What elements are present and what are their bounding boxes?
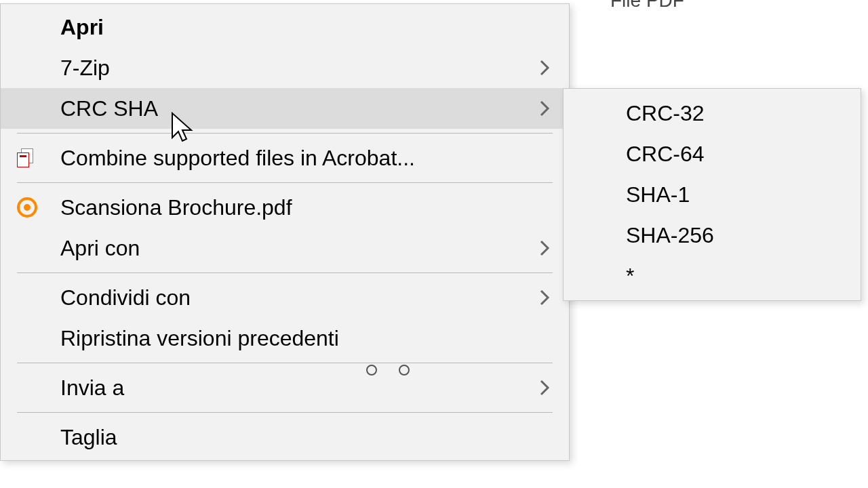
menu-item-ripristina-versioni-precedenti[interactable]: Ripristina versioni precedenti — [1, 318, 569, 359]
menu-item-label: Taglia — [60, 425, 535, 450]
menu-item-label: Invia a — [60, 375, 535, 401]
menu-separator — [17, 412, 553, 413]
menu-item-combine-supported-files-in-acrobat[interactable]: Combine supported files in Acrobat... — [1, 138, 569, 178]
submenu-item-[interactable]: * — [564, 256, 861, 296]
menu-item-apri-con[interactable]: Apri con — [1, 228, 569, 268]
menu-separator — [17, 363, 553, 363]
context-menu: Apri7-ZipCRC SHACombine supported files … — [0, 3, 570, 461]
submenu-item-crc-32[interactable]: CRC-32 — [564, 93, 861, 134]
menu-item-label: Combine supported files in Acrobat... — [60, 146, 535, 171]
submenu-item-label: SHA-256 — [626, 223, 847, 248]
menu-item-label: Apri con — [60, 236, 535, 261]
menu-icon-slot — [17, 148, 60, 167]
menu-separator — [17, 182, 553, 183]
menu-item-scansiona-brochure-pdf[interactable]: Scansiona Brochure.pdf — [1, 187, 569, 228]
menu-item-label: Scansiona Brochure.pdf — [60, 195, 535, 220]
menu-icon-slot — [17, 197, 60, 218]
chevron-right-icon — [535, 287, 555, 308]
menu-item-label: Apri — [60, 15, 535, 40]
submenu-item-sha-256[interactable]: SHA-256 — [564, 215, 861, 256]
submenu-item-label: CRC-32 — [626, 101, 847, 126]
chevron-right-icon — [535, 57, 555, 79]
chevron-right-icon — [535, 237, 555, 259]
avast-scan-icon — [17, 197, 37, 218]
menu-item-label: Condividi con — [60, 285, 535, 310]
menu-item-label: CRC SHA — [60, 96, 535, 121]
submenu-item-crc-64[interactable]: CRC-64 — [564, 134, 861, 174]
menu-separator — [17, 272, 553, 273]
chevron-right-icon — [535, 98, 555, 119]
menu-separator — [17, 133, 553, 134]
menu-item-label: Ripristina versioni precedenti — [60, 326, 535, 351]
submenu-item-label: * — [626, 264, 847, 289]
menu-item-taglia[interactable]: Taglia — [1, 417, 569, 458]
menu-item-condividi-con[interactable]: Condividi con — [1, 277, 569, 318]
acrobat-combine-icon — [17, 148, 36, 167]
menu-item-apri[interactable]: Apri — [1, 7, 569, 47]
submenu-item-label: SHA-1 — [626, 182, 847, 207]
chevron-right-icon — [535, 377, 555, 399]
file-type-cell: File PDF — [610, 0, 684, 12]
menu-item-invia-a[interactable]: Invia a — [1, 367, 569, 408]
menu-item-7-zip[interactable]: 7-Zip — [1, 47, 569, 88]
submenu-item-sha-1[interactable]: SHA-1 — [564, 174, 861, 215]
menu-item-crc-sha[interactable]: CRC SHA — [1, 88, 569, 129]
menu-item-label: 7-Zip — [60, 56, 535, 81]
crc-sha-submenu: CRC-32CRC-64SHA-1SHA-256* — [563, 88, 861, 301]
submenu-item-label: CRC-64 — [626, 142, 847, 167]
